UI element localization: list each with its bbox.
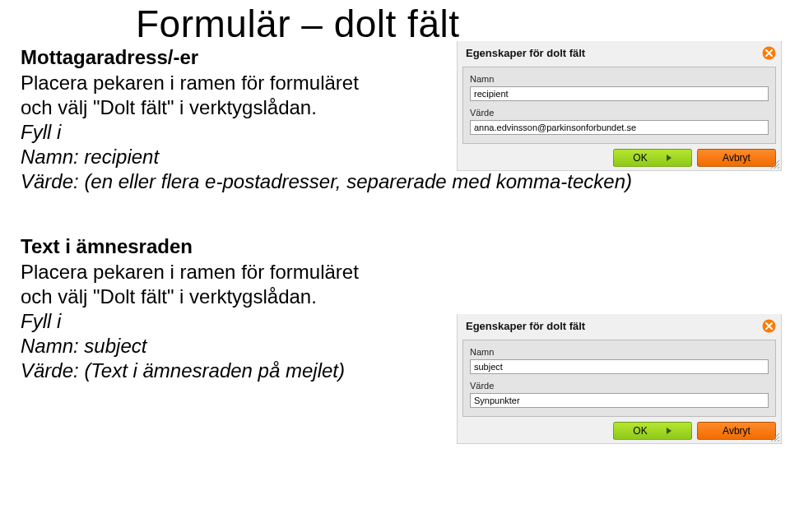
dialog-header: Egenskaper för dolt fält: [458, 314, 781, 340]
ok-button[interactable]: OK: [613, 422, 692, 440]
field-row-name: Namn: [470, 74, 769, 101]
resize-grip[interactable]: [769, 431, 780, 442]
field-label: Namn: [470, 74, 769, 84]
close-button[interactable]: [762, 46, 776, 60]
resize-grip[interactable]: [769, 158, 780, 169]
dialog-footer: OK Avbryt: [458, 417, 781, 443]
close-button[interactable]: [762, 319, 776, 333]
section-heading: Text i ämnesraden: [21, 235, 790, 258]
name-field[interactable]: [470, 86, 769, 101]
value-field[interactable]: [470, 393, 769, 408]
dialog-hidden-field-1: Egenskaper för dolt fält Namn Värde OK: [457, 41, 782, 171]
name-field[interactable]: [470, 359, 769, 374]
value-field[interactable]: [470, 120, 769, 135]
dialog-body: Namn Värde: [462, 340, 776, 417]
field-row-value: Värde: [470, 381, 769, 408]
button-label: Avbryt: [723, 152, 750, 164]
resize-grip-icon: [769, 431, 780, 442]
field-label: Värde: [470, 108, 769, 118]
dialog-footer: OK Avbryt: [458, 144, 781, 170]
page-title: Formulär – dolt fält: [136, 2, 790, 46]
resize-grip-icon: [769, 158, 780, 169]
close-icon: [762, 46, 776, 60]
ok-button[interactable]: OK: [613, 149, 692, 167]
dialog-header: Egenskaper för dolt fält: [458, 41, 781, 67]
button-label: OK: [633, 425, 647, 437]
text-line: och välj "Dolt fält" i verktygslådan.: [21, 285, 790, 309]
dialog-title: Egenskaper för dolt fält: [466, 320, 585, 332]
triangle-right-icon: [666, 427, 672, 435]
dialog-title: Egenskaper för dolt fält: [466, 47, 585, 59]
close-icon: [762, 319, 776, 333]
value-line: Värde: (en eller flera e-postadresser, s…: [21, 169, 790, 194]
field-row-value: Värde: [470, 108, 769, 135]
triangle-right-icon: [666, 154, 672, 162]
field-label: Värde: [470, 381, 769, 391]
page: Formulär – dolt fält Mottagaradress/-er …: [0, 2, 790, 532]
button-label: OK: [633, 152, 647, 164]
field-label: Namn: [470, 347, 769, 357]
cancel-button[interactable]: Avbryt: [697, 149, 776, 167]
button-label: Avbryt: [723, 425, 750, 437]
text-line: Placera pekaren i ramen för formuläret: [21, 260, 790, 285]
dialog-hidden-field-2: Egenskaper för dolt fält Namn Värde OK: [457, 314, 782, 444]
dialog-body: Namn Värde: [462, 67, 776, 144]
field-row-name: Namn: [470, 347, 769, 374]
cancel-button[interactable]: Avbryt: [697, 422, 776, 440]
